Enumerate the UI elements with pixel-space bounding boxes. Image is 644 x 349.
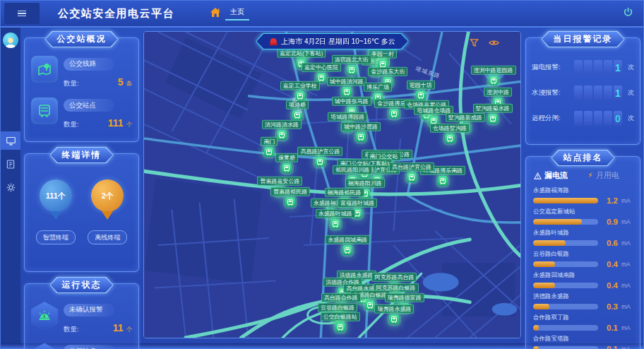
- road-name-label: 塔城东路: [415, 65, 441, 81]
- map-marker[interactable]: 瑞秀路永盛路: [374, 304, 414, 324]
- map-marker[interactable]: 城中路沙霞路: [341, 122, 381, 142]
- ranking-row: 云谷路白银路 0.4 mA: [533, 250, 633, 268]
- terminal-offline: 2个 离线终端: [88, 179, 127, 244]
- ranking-bar-fill: [533, 346, 539, 349]
- count-label: 数量:: [64, 79, 79, 88]
- ranking-bar-track: [533, 346, 598, 349]
- bus-marker-icon: [330, 219, 340, 229]
- tab-monthly-power[interactable]: ⚡ 月用电: [588, 170, 619, 181]
- ranking-bar-track: [533, 304, 598, 309]
- power-icon: [623, 7, 633, 20]
- map-marker[interactable]: 嘉定工业学校: [280, 81, 320, 100]
- map-marker-label: 普惠路嘉安公路: [257, 176, 302, 185]
- monitor-icon: [6, 136, 16, 146]
- panel-title: 公交站概况: [46, 32, 118, 47]
- eye-icon[interactable]: [489, 37, 499, 50]
- terminal-label: 智慧终端: [36, 230, 76, 244]
- status-item-switched: S 分闸站点 数量: 1 个: [31, 343, 132, 349]
- ranking-unit: mA: [621, 303, 633, 310]
- count-value: 111: [108, 117, 124, 129]
- ranking-unit: mA: [621, 261, 633, 268]
- ranking-station-name: 永盛路叶城路: [533, 229, 633, 237]
- map-marker[interactable]: 公交白银路站: [321, 312, 360, 332]
- map-marker[interactable]: 仓场路墅沟路: [430, 124, 470, 143]
- switch-pin-icon: S: [31, 343, 58, 349]
- map-marker[interactable]: 高昌路沪宜公路: [297, 147, 342, 167]
- power-button[interactable]: [623, 7, 633, 20]
- digit-boxes: 0: [574, 111, 622, 126]
- user-avatar[interactable]: [3, 32, 18, 48]
- overview-item-label: 公交站点: [64, 99, 114, 112]
- map-marker[interactable]: 迎园十坊: [407, 80, 435, 100]
- map-marker[interactable]: 永盛路回城南路: [325, 235, 370, 255]
- ranking-unit: mA: [621, 218, 633, 225]
- ranking-value: 0.1: [602, 324, 618, 332]
- menu-button[interactable]: [4, 3, 40, 24]
- sidebar-item-dashboard[interactable]: [1, 131, 20, 150]
- map-marker-label: 永盛路回城南路: [325, 235, 370, 244]
- alarm-row-flood: 水浸报警: 1 次: [532, 85, 634, 100]
- map-marker-label: 仓场路墅沟路: [430, 124, 470, 133]
- map-marker-label: 清河路清水路: [262, 120, 302, 129]
- map-marker[interactable]: 澄浏中路迎园路: [471, 66, 516, 85]
- overview-item-label: 公交线路: [64, 58, 114, 71]
- bus-marker-icon: [342, 87, 352, 97]
- ranking-bar-fill: [533, 325, 539, 331]
- ranking-bar-fill: [533, 283, 555, 288]
- page-title: 公交站安全用电云平台: [58, 7, 174, 20]
- ranking-value: 0.4: [602, 260, 618, 268]
- map-marker-label: 澄浏中路迎园路: [471, 66, 516, 75]
- ranking-station-name: 永盛路福海路: [533, 187, 633, 195]
- ranking-bar-track: [533, 240, 598, 246]
- map-marker-label: 裕民路阳川路: [333, 165, 372, 174]
- bus-marker-icon: [282, 163, 292, 173]
- map-marker[interactable]: 城中路清河路: [327, 77, 366, 97]
- ranking-value: 0.4: [602, 281, 618, 290]
- map-marker-label: 南门: [261, 137, 278, 146]
- map-marker-label: 塔城路博园路: [328, 112, 367, 122]
- alarm-value: 1: [614, 60, 622, 75]
- map-marker-label: 博乐广场: [364, 82, 392, 91]
- bus-marker-icon: [489, 76, 499, 85]
- status-item-label: 未确认报警: [64, 304, 114, 317]
- filter-icon[interactable]: [470, 37, 479, 50]
- map-marker[interactable]: 保黄桥: [275, 153, 298, 173]
- ranking-bar-fill: [533, 219, 582, 225]
- ranking-bar-track: [533, 325, 598, 331]
- digit-boxes: 1: [574, 60, 622, 75]
- ranking-bar-track: [533, 198, 598, 203]
- alarm-label: 水浸报警:: [532, 88, 561, 97]
- alarm-value: 0: [614, 111, 622, 126]
- ranking-station-name: 洪德路永盛路: [533, 292, 633, 301]
- ranking-bar-fill: [533, 198, 598, 203]
- sidebar-item-settings[interactable]: [1, 178, 20, 196]
- overview-item-routes: 公交线路 数量: 5 条: [31, 56, 132, 88]
- ranking-station-name: 合作路宝塔路: [533, 335, 633, 343]
- ranking-value: 1.2: [602, 196, 618, 205]
- nav-home[interactable]: 主页: [210, 1, 249, 26]
- right-column: 当日报警记录 漏电报警: 1 次 水浸报警: 1: [525, 31, 640, 338]
- ranking-row: 公交嘉定新城站 0.9 mA: [533, 208, 633, 226]
- bus-marker-icon: [315, 157, 325, 167]
- ranking-bar-fill: [533, 304, 549, 309]
- count-unit: 个: [126, 326, 133, 334]
- map-marker-label: 金沙路东大街: [368, 66, 407, 76]
- sidebar-item-reports[interactable]: [1, 155, 20, 173]
- tab-leakage-current[interactable]: 漏电流: [534, 170, 568, 181]
- ranking-row: 永盛路福海路 1.2 mA: [533, 187, 633, 205]
- panel-title: 当日报警记录: [542, 32, 624, 47]
- map-marker[interactable]: 高台路沪宜公路: [389, 162, 434, 182]
- map-marker[interactable]: 永盛路叶城路: [316, 209, 355, 229]
- map-marker-label: 云谷路白银路: [318, 303, 357, 312]
- ranking-row: 洪德路永盛路 0.3 mA: [533, 292, 633, 311]
- panel-run-status: 运行状态 未确认报警 数量: 11 个: [24, 283, 139, 349]
- alarm-unit: 次: [625, 114, 634, 123]
- bus-marker-icon: [342, 245, 352, 255]
- alarm-label: 漏电报警:: [532, 63, 561, 72]
- map-marker-label: 迎园十坊: [407, 80, 435, 89]
- map-marker-label: 普惠路裕民路: [270, 187, 310, 196]
- map-canvas[interactable]: 上海市 4月2日 星期四 10~16℃ 多云 嘉定北站 嘉定北站(下客站) 嘉定…: [143, 31, 521, 338]
- map-marker[interactable]: 温宿路北大街: [332, 55, 371, 75]
- alarm-beacon-icon: [31, 302, 58, 331]
- map-marker[interactable]: 普惠路裕民路: [270, 187, 310, 207]
